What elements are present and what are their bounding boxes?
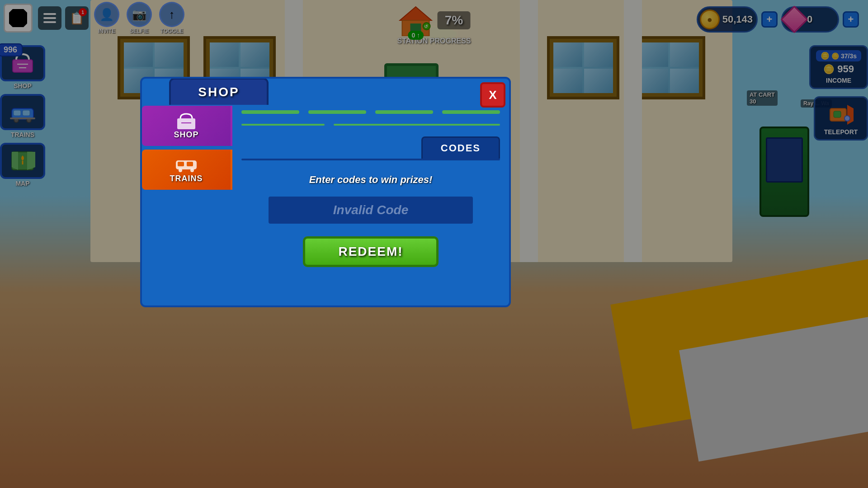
nav-tab-shop[interactable]: SHOP xyxy=(142,106,232,146)
stl-2 xyxy=(334,124,500,126)
codes-subtitle: Enter codes to win prizes! xyxy=(309,174,433,186)
nav-trains-label: TRAINS xyxy=(170,174,203,183)
nav-shop-label: SHOP xyxy=(174,130,198,140)
redeem-button[interactable]: REDEEM! xyxy=(303,236,439,267)
tab-lines xyxy=(232,107,509,117)
code-input[interactable] xyxy=(267,195,475,225)
codes-area: CODES Enter codes to win prizes! REDEEM! xyxy=(232,133,509,305)
tab-line-2 xyxy=(308,110,366,114)
modal-title: SHOP xyxy=(198,85,239,99)
tab-line-3 xyxy=(375,110,433,114)
modal-nav: SHOP TRAINS xyxy=(142,106,232,190)
nav-shop-icon xyxy=(175,112,198,130)
shop-modal: SHOP X SHOP TRAINS xyxy=(140,77,511,307)
svg-point-27 xyxy=(190,169,194,172)
stl-1 xyxy=(241,124,325,126)
svg-rect-24 xyxy=(178,162,184,166)
codes-divider xyxy=(241,159,500,160)
second-tab-lines xyxy=(232,124,509,129)
nav-trains-icon xyxy=(175,156,198,174)
tab-line-1 xyxy=(241,110,299,114)
modal-header: SHOP xyxy=(169,78,269,105)
codes-tab[interactable]: CODES xyxy=(421,136,500,159)
svg-rect-21 xyxy=(177,118,195,129)
svg-rect-25 xyxy=(187,162,193,166)
svg-point-26 xyxy=(179,169,182,172)
nav-tab-trains[interactable]: TRAINS xyxy=(142,150,232,190)
tab-line-4 xyxy=(442,110,500,114)
close-button[interactable]: X xyxy=(480,82,505,108)
codes-tab-bar: CODES xyxy=(232,133,509,159)
